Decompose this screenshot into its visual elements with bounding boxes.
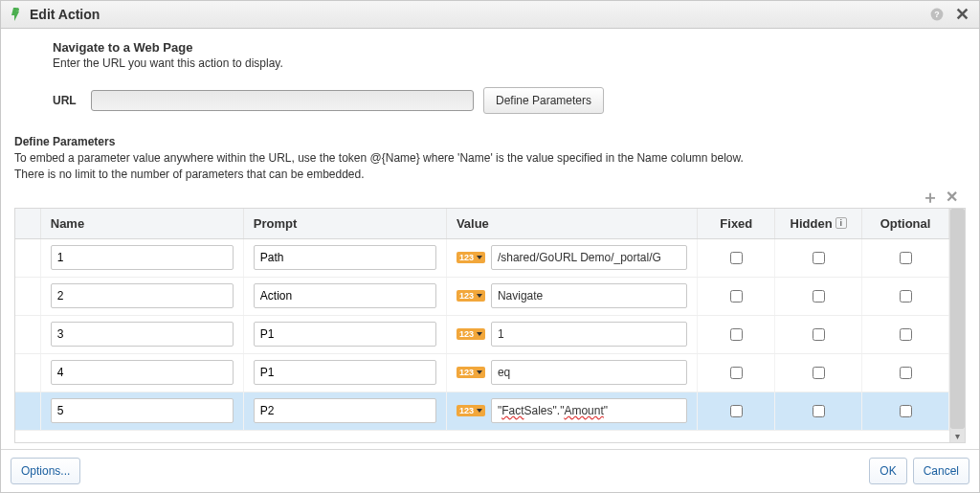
- row-handle[interactable]: [15, 238, 40, 277]
- col-handle: [15, 209, 40, 239]
- edit-action-dialog: Edit Action ? ✕ Navigate to a Web Page E…: [0, 0, 980, 493]
- col-hidden-label: Hidden: [791, 216, 833, 231]
- name-input[interactable]: [51, 322, 234, 347]
- svg-point-0: [15, 8, 19, 11]
- parameters-help-2: There is no limit to the number of param…: [14, 167, 966, 183]
- url-row: URL Define Parameters: [53, 87, 966, 114]
- url-label: URL: [53, 94, 91, 107]
- prompt-input[interactable]: [254, 398, 436, 423]
- define-parameters-button[interactable]: Define Parameters: [483, 87, 604, 114]
- parameters-grid: Name Prompt Value Fixed Hidden i Optiona…: [14, 208, 966, 443]
- col-optional: Optional: [862, 209, 949, 239]
- col-prompt: Prompt: [243, 209, 446, 239]
- dialog-body: Navigate to a Web Page Enter the URL you…: [1, 29, 979, 449]
- optional-checkbox[interactable]: [900, 328, 912, 341]
- prompt-input[interactable]: [254, 245, 436, 270]
- parameters-heading: Define Parameters: [14, 135, 966, 148]
- close-icon[interactable]: ✕: [952, 5, 971, 24]
- hidden-checkbox[interactable]: [813, 328, 825, 341]
- prompt-input[interactable]: [254, 360, 436, 385]
- navigate-sub: Enter the URL you want this action to di…: [53, 56, 966, 70]
- value-type-dropdown[interactable]: 123: [457, 367, 485, 378]
- col-name: Name: [40, 209, 243, 239]
- scroll-down-icon[interactable]: ▾: [950, 429, 965, 442]
- fixed-checkbox[interactable]: [730, 290, 743, 303]
- row-handle[interactable]: [15, 353, 40, 392]
- svg-text:?: ?: [934, 10, 939, 19]
- value-type-dropdown[interactable]: 123: [457, 252, 485, 263]
- fixed-checkbox[interactable]: [730, 252, 743, 264]
- optional-checkbox[interactable]: [900, 367, 912, 379]
- table-row[interactable]: 123"Fact Sales"."Amount": [15, 392, 949, 430]
- row-handle[interactable]: [15, 392, 40, 430]
- run-icon: [9, 7, 24, 22]
- col-value: Value: [446, 209, 698, 239]
- options-button[interactable]: Options...: [11, 458, 80, 484]
- table-row[interactable]: 123Navigate: [15, 277, 949, 315]
- parameters-help-1: To embed a parameter value anywhere with…: [14, 150, 966, 167]
- optional-checkbox[interactable]: [900, 252, 912, 264]
- fixed-checkbox[interactable]: [730, 328, 743, 341]
- ok-button[interactable]: OK: [869, 458, 906, 484]
- params-toolbar: ＋ ✕: [14, 189, 960, 206]
- table-row[interactable]: 123eq: [15, 353, 949, 392]
- name-input[interactable]: [51, 283, 234, 308]
- value-type-dropdown[interactable]: 123: [457, 290, 485, 302]
- row-handle[interactable]: [15, 277, 40, 315]
- name-input[interactable]: [51, 360, 234, 385]
- hidden-info-icon[interactable]: i: [835, 217, 847, 229]
- hidden-checkbox[interactable]: [813, 405, 825, 417]
- hidden-checkbox[interactable]: [813, 367, 825, 379]
- name-input[interactable]: [51, 245, 234, 270]
- table-row[interactable]: 1231: [15, 315, 949, 353]
- value-input[interactable]: eq: [491, 360, 688, 385]
- add-row-icon[interactable]: ＋: [922, 189, 939, 206]
- optional-checkbox[interactable]: [900, 405, 912, 417]
- value-input[interactable]: /shared/GoURL Demo/_portal/G: [491, 245, 688, 270]
- prompt-input[interactable]: [254, 283, 436, 308]
- navigate-section: Navigate to a Web Page Enter the URL you…: [53, 40, 966, 70]
- value-input[interactable]: 1: [491, 322, 688, 347]
- prompt-input[interactable]: [254, 322, 436, 347]
- dialog-footer: Options... OK Cancel: [1, 449, 979, 492]
- help-icon[interactable]: ?: [927, 5, 947, 24]
- delete-row-icon[interactable]: ✕: [943, 189, 960, 206]
- hidden-checkbox[interactable]: [813, 290, 825, 303]
- cancel-button[interactable]: Cancel: [913, 458, 969, 484]
- col-hidden: Hidden i: [775, 209, 862, 239]
- col-fixed: Fixed: [698, 209, 775, 239]
- optional-checkbox[interactable]: [900, 290, 912, 303]
- value-type-dropdown[interactable]: 123: [457, 328, 485, 340]
- grid-scrollbar[interactable]: ▾: [949, 209, 965, 442]
- dialog-title: Edit Action: [30, 7, 100, 22]
- fixed-checkbox[interactable]: [730, 405, 743, 417]
- name-input[interactable]: [51, 398, 234, 423]
- value-type-dropdown[interactable]: 123: [457, 405, 485, 416]
- table-row[interactable]: 123/shared/GoURL Demo/_portal/G: [15, 238, 949, 277]
- url-input[interactable]: [91, 90, 474, 111]
- fixed-checkbox[interactable]: [730, 367, 743, 379]
- hidden-checkbox[interactable]: [813, 252, 825, 264]
- navigate-heading: Navigate to a Web Page: [53, 40, 966, 55]
- row-handle[interactable]: [15, 315, 40, 353]
- value-input[interactable]: "Fact Sales"."Amount": [491, 398, 688, 423]
- value-input[interactable]: Navigate: [491, 283, 688, 308]
- titlebar: Edit Action ? ✕: [1, 1, 979, 29]
